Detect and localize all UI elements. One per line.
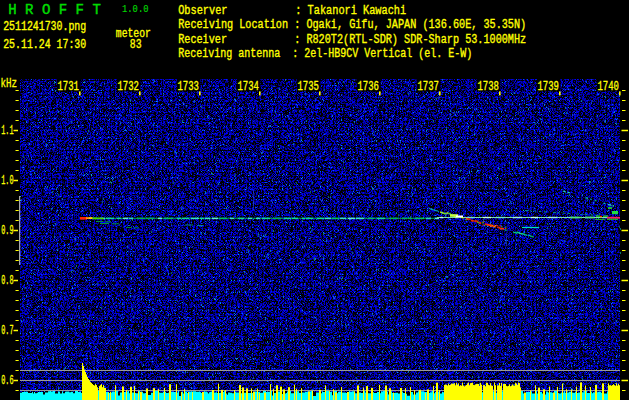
svg-text:1734: 1734	[238, 79, 260, 94]
svg-text:1738: 1738	[478, 79, 500, 94]
svg-text:1.0: 1.0	[1, 173, 13, 188]
svg-text:0.7: 0.7	[1, 323, 13, 338]
svg-text:0.8: 0.8	[1, 273, 13, 288]
svg-text:83: 83	[130, 38, 142, 52]
svg-text:1739: 1739	[538, 79, 560, 94]
svg-text:1733: 1733	[178, 79, 200, 94]
svg-text:1731: 1731	[58, 79, 80, 94]
svg-text:kHz: kHz	[1, 76, 18, 91]
svg-text:0.9: 0.9	[1, 223, 13, 238]
svg-text:1735: 1735	[298, 79, 320, 94]
svg-text:1736: 1736	[358, 79, 380, 94]
svg-text:1737: 1737	[418, 79, 440, 94]
svg-text:Receiving Location : Ogaki, Gi: Receiving Location : Ogaki, Gifu, JAPAN …	[178, 18, 526, 32]
svg-text:Receiving antenna : 2el-HB9CV: Receiving antenna : 2el-HB9CV Vertical (…	[178, 47, 472, 61]
svg-text:2511241730.png: 2511241730.png	[3, 20, 86, 34]
svg-text:1.0.0: 1.0.0	[122, 3, 149, 15]
svg-text:Receiver : R820T2(RT: Receiver : R820T2(RTL-SDR) SDR-Sharp 53.…	[178, 33, 526, 47]
svg-text:25.11.24 17:30: 25.11.24 17:30	[3, 38, 86, 52]
svg-text:Observer : Takanori: Observer : Takanori Kawachi	[178, 4, 406, 18]
svg-text:1732: 1732	[118, 79, 140, 94]
svg-text:1.1: 1.1	[1, 123, 13, 138]
svg-text:H R O F F T: H R O F F T	[8, 2, 101, 18]
svg-text:1740: 1740	[598, 79, 620, 94]
svg-text:0.6: 0.6	[1, 373, 13, 388]
